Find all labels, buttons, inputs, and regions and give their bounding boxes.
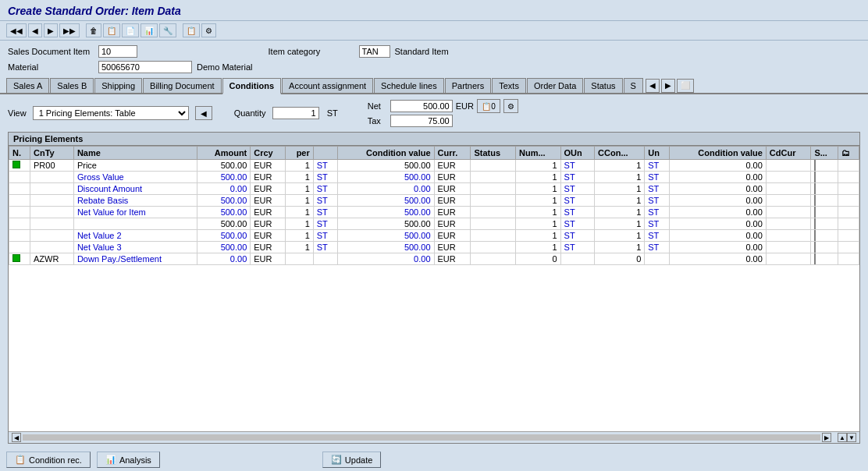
material-input[interactable] [98,61,192,73]
scroll-left-btn[interactable]: ◀ [12,433,21,442]
tab-s[interactable]: S [624,78,643,93]
nav-next-btn[interactable]: ▶ [44,23,58,37]
row-checkbox[interactable] [814,183,816,194]
cell-n [9,253,30,265]
table-row: 500.00EUR1ST500.00EUR1ST1ST0.00 [9,218,859,230]
tab-billing-document[interactable]: Billing Document [143,78,222,93]
cell-status [471,195,516,207]
net-value-input[interactable] [390,100,453,112]
green-indicator [12,161,20,168]
cell-amount: 500.00 [197,230,251,242]
tab-sales-a[interactable]: Sales A [6,78,49,93]
cell-condval: 500.00 [337,160,434,172]
item-category-label: Item category [269,47,354,56]
cell-per: 1 [286,230,313,242]
row-checkbox[interactable] [814,195,816,206]
fields-area: Sales Document Item Material Demo Materi… [0,41,868,78]
cell-cnty [30,195,74,207]
cell-cdcur [766,207,811,218]
analysis-icon: 📊 [105,455,116,465]
cell-name: Price [73,160,197,172]
cell-curr: EUR [434,172,471,183]
tab-scroll-left[interactable]: ◀ [646,79,660,93]
tab-scroll-right[interactable]: ▶ [661,79,675,93]
material-label: Material [8,62,94,72]
view-select[interactable]: 1 Pricing Elements: Table [33,106,189,120]
conditions-badge-btn[interactable]: 📋 0 [477,99,500,113]
green-indicator [12,254,20,262]
tab-sales-b[interactable]: Sales B [50,78,94,93]
tax-value-input[interactable] [390,115,453,127]
row-checkbox[interactable] [814,230,816,241]
doc-btn[interactable]: 📄 [122,23,139,37]
row-checkbox[interactable] [814,242,816,253]
sales-doc-label: Sales Document Item [8,47,94,56]
tab-order-data[interactable]: Order Data [527,78,583,93]
copy-btn[interactable]: 📋 [103,23,120,37]
tab-texts[interactable]: Texts [492,78,526,93]
cell-condval: 0.00 [337,183,434,195]
scroll-track[interactable] [23,434,820,441]
tab-conditions[interactable]: Conditions [222,78,281,94]
cell-cdcur [766,160,811,172]
tab-status[interactable]: Status [584,78,622,93]
scroll-up-btn[interactable]: ▲ [838,433,847,442]
item-category-code-input[interactable] [359,45,390,58]
row-checkbox[interactable] [814,253,816,264]
cell-oun: ST [560,172,595,183]
nav-last-btn[interactable]: ▶▶ [59,23,80,37]
condition-rec-button[interactable]: 📋 Condition rec. [6,452,91,468]
tool-btn[interactable]: 🔧 [159,23,176,37]
print-btn[interactable]: 📋 [183,23,200,37]
cell-amount: 500.00 [197,218,251,230]
col-oun: OUn [560,147,595,160]
cell-ccon: 1 [595,207,645,218]
cell-condval2: 0.00 [670,253,767,265]
cell-condval: 500.00 [337,172,434,183]
cell-ccon: 0 [595,253,645,265]
tab-shipping[interactable]: Shipping [94,78,142,93]
net-row: Net EUR 📋 0 ⚙ [368,99,518,113]
left-fields: Sales Document Item Material Demo Materi… [8,45,253,73]
cell-un: ST [645,160,670,172]
col-name: Name [73,147,197,160]
cell-cdcur [766,172,811,183]
tab-account-assignment[interactable]: Account assignment [282,78,373,93]
cell-ccon: 1 [595,195,645,207]
cell-icon [838,172,859,183]
tab-maximize[interactable]: ⬜ [677,79,694,93]
settings-btn[interactable]: ⚙ [201,23,216,37]
table-row: Net Value 2500.00EUR1ST500.00EUR1ST1ST0.… [9,230,859,242]
tab-schedule-lines[interactable]: Schedule lines [374,78,444,93]
config-icon-btn[interactable]: ⚙ [503,99,518,113]
cell-perunit [313,253,337,265]
cell-name: Net Value 2 [73,230,197,242]
row-checkbox[interactable] [814,207,816,218]
cell-cnty [30,183,74,195]
nav-first-btn[interactable]: ◀◀ [6,23,27,37]
row-checkbox[interactable] [814,218,816,229]
cell-cnty [30,242,74,253]
cell-crcy: EUR [251,172,286,183]
update-button[interactable]: 🔄 Update [322,452,381,468]
nav-prev-btn[interactable]: ◀ [28,23,42,37]
scroll-down-btn[interactable]: ▼ [847,433,856,442]
view-nav-btn[interactable]: ◀ [195,106,212,120]
delete-btn[interactable]: 🗑 [86,23,101,37]
scroll-right-btn[interactable]: ▶ [822,433,831,442]
cell-condval2: 0.00 [670,207,767,218]
quantity-input[interactable] [272,107,319,119]
table-horizontal-scrollbar[interactable]: ◀ ▶ ▲ ▼ [9,431,859,443]
row-checkbox[interactable] [814,160,816,171]
sales-doc-input[interactable] [98,45,137,58]
tab-partners[interactable]: Partners [445,78,492,93]
row-checkbox[interactable] [814,172,816,182]
table-scroll-area[interactable]: N. CnTy Name Amount Crcy per Condition v… [9,146,859,431]
analysis-button[interactable]: 📊 Analysis [97,452,160,468]
chart-btn[interactable]: 📊 [141,23,158,37]
cell-oun [560,253,595,265]
cell-per: 1 [286,160,313,172]
col-icon: 🗂 [838,147,859,160]
col-ccon: CCon... [595,147,645,160]
view-label: View [8,108,27,118]
